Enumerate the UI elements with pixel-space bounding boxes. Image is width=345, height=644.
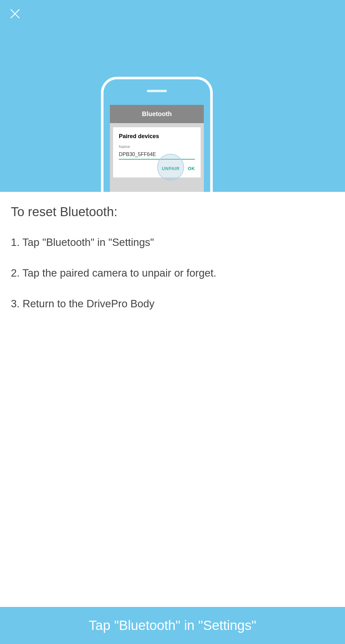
hero-illustration: Bluetooth Paired devices Name DPB30_5FF6… [0, 0, 345, 192]
instruction-step: 3. Return to the DrivePro Body [11, 296, 334, 311]
mockup-actions: UNPAIR OK [119, 166, 195, 171]
phone-screen: Bluetooth Paired devices Name DPB30_5FF6… [110, 105, 204, 192]
mockup-ok-button: OK [188, 166, 195, 171]
instruction-step: 2. Tap the paired camera to unpair or fo… [11, 266, 334, 280]
mockup-device-name: DPB30_5FF64E [119, 152, 195, 160]
close-icon[interactable] [10, 9, 20, 19]
phone-speaker-icon [147, 90, 167, 92]
go-to-settings-button[interactable]: Tap "Bluetooth" in "Settings" [0, 607, 345, 644]
instructions: To reset Bluetooth: 1. Tap "Bluetooth" i… [0, 192, 345, 311]
mockup-name-label: Name [119, 144, 195, 149]
phone-mockup: Bluetooth Paired devices Name DPB30_5FF6… [101, 77, 213, 192]
mockup-bluetooth-header: Bluetooth [110, 105, 204, 123]
mockup-paired-label: Paired devices [119, 133, 195, 140]
instruction-step: 1. Tap "Bluetooth" in "Settings" [11, 235, 334, 250]
instructions-title: To reset Bluetooth: [11, 205, 334, 219]
mockup-unpair-button: UNPAIR [162, 166, 180, 171]
mockup-paired-card: Paired devices Name DPB30_5FF64E UNPAIR … [113, 127, 201, 177]
mockup-body: Paired devices Name DPB30_5FF64E UNPAIR … [110, 123, 204, 177]
